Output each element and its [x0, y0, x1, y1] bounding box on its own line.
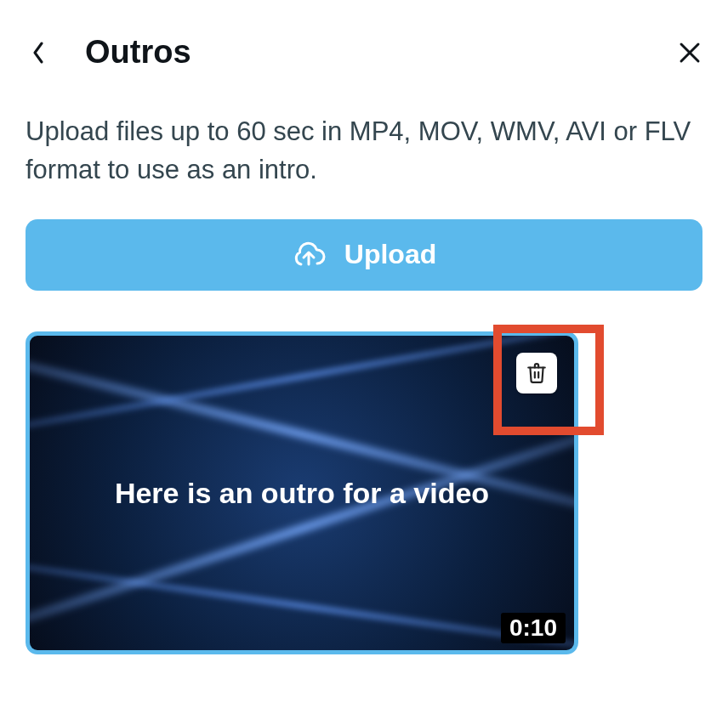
- close-icon: [679, 42, 701, 64]
- upload-description: Upload files up to 60 sec in MP4, MOV, W…: [26, 113, 702, 190]
- close-button[interactable]: [677, 40, 702, 65]
- header-left: Outros: [26, 34, 191, 71]
- decorative-beam: [26, 542, 578, 654]
- cloud-upload-icon: [292, 238, 326, 272]
- video-duration-badge: 0:10: [501, 613, 566, 643]
- upload-button-label: Upload: [344, 239, 436, 270]
- upload-button[interactable]: Upload: [26, 219, 702, 291]
- panel-header: Outros: [26, 34, 702, 71]
- back-button[interactable]: [26, 40, 51, 65]
- outro-thumbnail[interactable]: Here is an outro for a video 0:10: [26, 331, 578, 654]
- outro-thumbnail-wrapper: Here is an outro for a video 0:10: [26, 331, 578, 654]
- outro-thumbnail-caption: Here is an outro for a video: [115, 476, 489, 509]
- decorative-beam: [26, 331, 578, 456]
- page-title: Outros: [85, 34, 191, 71]
- chevron-left-icon: [31, 42, 45, 64]
- delete-outro-button[interactable]: [516, 353, 557, 393]
- trash-icon: [526, 362, 548, 384]
